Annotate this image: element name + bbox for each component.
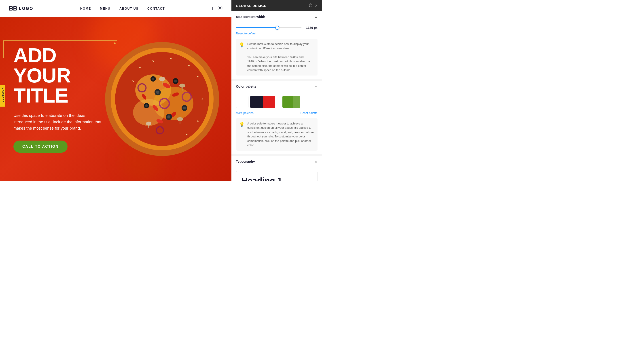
max-content-width-header[interactable]: Max content width ▲ bbox=[232, 11, 322, 22]
color-palette-row bbox=[236, 96, 318, 108]
slider-track[interactable] bbox=[236, 27, 302, 28]
chevron-up-icon: ▲ bbox=[314, 15, 318, 18]
nav-social-icons: f bbox=[212, 5, 222, 12]
svg-point-17 bbox=[179, 84, 185, 88]
panel-header: GLOBAL DESIGN × bbox=[232, 0, 322, 11]
logo-area: BB LOGO bbox=[9, 5, 33, 12]
nav-menu[interactable]: MENU bbox=[100, 7, 110, 10]
svg-point-34 bbox=[152, 78, 154, 80]
info-text: Set the max-width to decide how to displ… bbox=[247, 42, 314, 72]
hero-content: ADD YOUR TITLE Use this space to elabora… bbox=[0, 36, 116, 162]
typography-content: Heading 1 Heading 2 Paragraph describing… bbox=[232, 167, 322, 181]
nav-links: HOME MENU ABOUT US CONTACT bbox=[80, 7, 165, 10]
logo-text: LOGO bbox=[19, 6, 33, 11]
color-palette-content: More palettes Reset palette 💡 A color pa… bbox=[232, 92, 322, 154]
max-content-width-content: 1180 px Reset to default 💡 Set the max-w… bbox=[232, 22, 322, 79]
svg-point-28 bbox=[167, 115, 170, 118]
global-design-panel: GLOBAL DESIGN × Max content width ▲ bbox=[232, 0, 322, 181]
facebook-icon[interactable]: f bbox=[212, 6, 213, 11]
slider-row: 1180 px bbox=[236, 26, 318, 29]
slider-value: 1180 px bbox=[304, 26, 318, 29]
pizza-image bbox=[104, 41, 220, 157]
pin-icon[interactable] bbox=[308, 3, 312, 8]
typo-heading1: Heading 1 bbox=[242, 176, 312, 181]
swatch-white[interactable] bbox=[236, 96, 248, 108]
swatch-red bbox=[263, 96, 275, 108]
svg-point-2 bbox=[221, 7, 222, 7]
max-content-width-section: Max content width ▲ 1180 px Reset to def… bbox=[232, 11, 322, 79]
bulb-icon-palette: 💡 bbox=[239, 122, 245, 147]
reset-palette-link[interactable]: Reset palette bbox=[300, 111, 318, 115]
color-palette-header[interactable]: Color palette ▲ bbox=[232, 81, 322, 92]
nav-about[interactable]: ABOUT US bbox=[120, 7, 138, 10]
hero-title: ADD YOUR TITLE bbox=[14, 45, 103, 106]
typography-title: Typography bbox=[236, 160, 255, 163]
hero-subtitle: Use this space to elaborate on the ideas… bbox=[14, 112, 103, 132]
chevron-up-icon-palette: ▲ bbox=[314, 84, 318, 88]
slider-thumb[interactable] bbox=[275, 26, 279, 30]
nav-bar: BB LOGO HOME MENU ABOUT US CONTACT f bbox=[0, 0, 232, 17]
palette-links: More palettes Reset palette bbox=[236, 111, 318, 115]
svg-point-15 bbox=[159, 77, 165, 81]
svg-point-32 bbox=[183, 107, 186, 109]
feedback-tab[interactable]: Feedback bbox=[0, 85, 5, 107]
typography-section: Typography ▲ Heading 1 Heading 2 Paragra… bbox=[232, 156, 322, 181]
svg-point-24 bbox=[156, 91, 159, 94]
swatch-dark-red[interactable] bbox=[250, 96, 275, 108]
svg-point-26 bbox=[174, 80, 177, 82]
panel-body: Max content width ▲ 1180 px Reset to def… bbox=[232, 11, 322, 181]
swatch-green[interactable] bbox=[282, 96, 300, 108]
typography-card: Heading 1 Heading 2 Paragraph describing… bbox=[236, 171, 318, 181]
bulb-icon: 💡 bbox=[239, 42, 245, 72]
color-palette-title: Color palette bbox=[236, 84, 256, 88]
palette-info-text: A color palette makes it easier to achie… bbox=[247, 121, 314, 147]
color-palette-section: Color palette ▲ More palettes bbox=[232, 81, 322, 154]
info-box: 💡 Set the max-width to decide how to dis… bbox=[236, 39, 318, 75]
instagram-icon[interactable] bbox=[218, 5, 222, 12]
nav-home[interactable]: HOME bbox=[80, 7, 91, 10]
svg-point-1 bbox=[219, 7, 221, 9]
typography-header[interactable]: Typography ▲ bbox=[232, 156, 322, 167]
swatch-dark bbox=[250, 96, 263, 108]
max-content-width-title: Max content width bbox=[236, 15, 265, 18]
reset-default-link[interactable]: Reset to default bbox=[236, 32, 318, 35]
panel-title: GLOBAL DESIGN bbox=[236, 4, 267, 7]
panel-header-actions: × bbox=[308, 3, 318, 8]
nav-contact[interactable]: CONTACT bbox=[147, 7, 165, 10]
slider-fill bbox=[236, 27, 277, 28]
svg-point-30 bbox=[145, 104, 148, 107]
website-preview: Feedback BB LOGO HOME MENU ABOUT US CONT… bbox=[0, 0, 232, 181]
panel-close-icon[interactable]: × bbox=[315, 3, 318, 8]
svg-point-21 bbox=[177, 117, 183, 121]
chevron-up-icon-typo: ▲ bbox=[314, 160, 318, 163]
svg-rect-0 bbox=[218, 6, 222, 10]
cta-button[interactable]: CALL TO ACTION bbox=[14, 141, 68, 153]
svg-point-19 bbox=[146, 122, 152, 126]
logo-icon: BB bbox=[9, 5, 17, 12]
more-palettes-link[interactable]: More palettes bbox=[236, 111, 254, 115]
hero-section: 👁 ADD YOUR TITLE Use this space to elabo… bbox=[0, 17, 232, 181]
palette-info-box: 💡 A color palette makes it easier to ach… bbox=[236, 118, 318, 151]
